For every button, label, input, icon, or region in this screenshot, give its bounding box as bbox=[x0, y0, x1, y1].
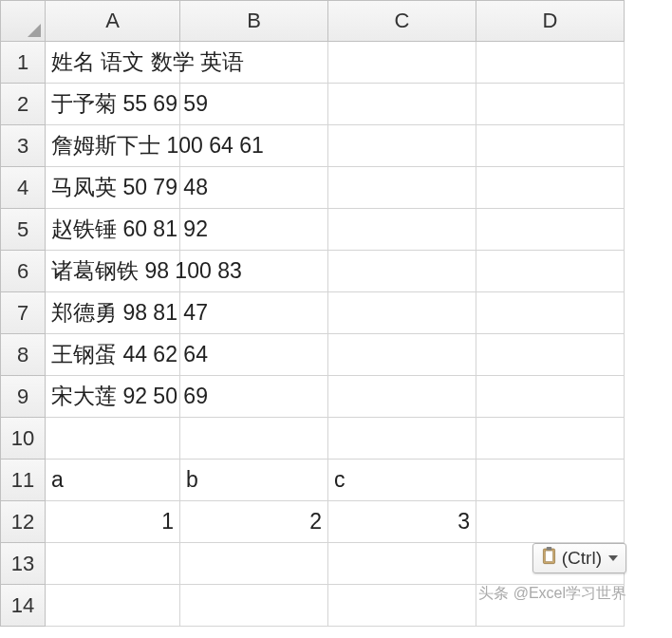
cell-C11[interactable]: c bbox=[328, 460, 476, 501]
row-header-8[interactable]: 8 bbox=[0, 334, 46, 376]
row-header-9[interactable]: 9 bbox=[0, 376, 46, 418]
row-header-14[interactable]: 14 bbox=[0, 585, 46, 627]
cell-A3[interactable]: 詹姆斯下士 100 64 61 bbox=[46, 125, 180, 167]
spreadsheet-grid: ABCD1姓名 语文 数学 英语2于予菊 55 69 593詹姆斯下士 100 … bbox=[0, 0, 672, 627]
cell-C6[interactable] bbox=[328, 251, 476, 292]
cell-B14[interactable] bbox=[180, 585, 328, 627]
cell-A13[interactable] bbox=[46, 543, 180, 585]
clipboard-icon bbox=[541, 547, 557, 570]
cell-B5[interactable] bbox=[180, 209, 328, 251]
cell-D14[interactable] bbox=[476, 585, 625, 627]
svg-rect-2 bbox=[547, 547, 551, 550]
column-header-C[interactable]: C bbox=[328, 0, 476, 42]
cell-C10[interactable] bbox=[328, 418, 476, 460]
cell-C3[interactable] bbox=[328, 125, 476, 167]
row-header-12[interactable]: 12 bbox=[0, 501, 46, 543]
column-header-D[interactable]: D bbox=[476, 0, 625, 42]
cell-D10[interactable] bbox=[476, 418, 625, 460]
cell-D9[interactable] bbox=[476, 376, 625, 418]
cell-A2[interactable]: 于予菊 55 69 59 bbox=[46, 84, 180, 125]
row-header-3[interactable]: 3 bbox=[0, 125, 46, 167]
cell-C4[interactable] bbox=[328, 167, 476, 209]
cell-B6[interactable] bbox=[180, 251, 328, 292]
cell-A9[interactable]: 宋大莲 92 50 69 bbox=[46, 376, 180, 418]
cell-C5[interactable] bbox=[328, 209, 476, 251]
cell-B7[interactable] bbox=[180, 292, 328, 334]
cell-B1[interactable] bbox=[180, 42, 328, 84]
row-header-6[interactable]: 6 bbox=[0, 251, 46, 292]
cell-A5[interactable]: 赵铁锤 60 81 92 bbox=[46, 209, 180, 251]
cell-A1[interactable]: 姓名 语文 数学 英语 bbox=[46, 42, 180, 84]
cell-B13[interactable] bbox=[180, 543, 328, 585]
cell-D11[interactable] bbox=[476, 460, 625, 501]
cell-A7[interactable]: 郑德勇 98 81 47 bbox=[46, 292, 180, 334]
chevron-down-icon bbox=[608, 555, 618, 561]
row-header-13[interactable]: 13 bbox=[0, 543, 46, 585]
row-header-5[interactable]: 5 bbox=[0, 209, 46, 251]
cell-B11[interactable]: b bbox=[180, 460, 328, 501]
cell-D7[interactable] bbox=[476, 292, 625, 334]
cell-B10[interactable] bbox=[180, 418, 328, 460]
cell-D3[interactable] bbox=[476, 125, 625, 167]
cell-C13[interactable] bbox=[328, 543, 476, 585]
cell-A11[interactable]: a bbox=[46, 460, 180, 501]
cell-C14[interactable] bbox=[328, 585, 476, 627]
paste-options-label: (Ctrl) bbox=[562, 548, 602, 569]
cell-A8[interactable]: 王钢蛋 44 62 64 bbox=[46, 334, 180, 376]
cell-D5[interactable] bbox=[476, 209, 625, 251]
row-header-4[interactable]: 4 bbox=[0, 167, 46, 209]
cell-C12[interactable]: 3 bbox=[328, 501, 476, 543]
row-header-11[interactable]: 11 bbox=[0, 460, 46, 501]
cell-B4[interactable] bbox=[180, 167, 328, 209]
cell-B3[interactable] bbox=[180, 125, 328, 167]
cell-C8[interactable] bbox=[328, 334, 476, 376]
paste-options-button[interactable]: (Ctrl) bbox=[532, 543, 626, 573]
cell-B2[interactable] bbox=[180, 84, 328, 125]
row-header-10[interactable]: 10 bbox=[0, 418, 46, 460]
cell-D12[interactable] bbox=[476, 501, 625, 543]
column-header-B[interactable]: B bbox=[180, 0, 328, 42]
cell-D8[interactable] bbox=[476, 334, 625, 376]
svg-rect-1 bbox=[545, 551, 552, 562]
cell-B12[interactable]: 2 bbox=[180, 501, 328, 543]
cell-D4[interactable] bbox=[476, 167, 625, 209]
cell-C1[interactable] bbox=[328, 42, 476, 84]
cell-A10[interactable] bbox=[46, 418, 180, 460]
cell-D1[interactable] bbox=[476, 42, 625, 84]
cell-D2[interactable] bbox=[476, 84, 625, 125]
cell-C2[interactable] bbox=[328, 84, 476, 125]
row-header-7[interactable]: 7 bbox=[0, 292, 46, 334]
cell-C7[interactable] bbox=[328, 292, 476, 334]
cell-A12[interactable]: 1 bbox=[46, 501, 180, 543]
cell-A14[interactable] bbox=[46, 585, 180, 627]
row-header-1[interactable]: 1 bbox=[0, 42, 46, 84]
cell-A4[interactable]: 马凤英 50 79 48 bbox=[46, 167, 180, 209]
cell-C9[interactable] bbox=[328, 376, 476, 418]
cell-B9[interactable] bbox=[180, 376, 328, 418]
select-all-corner[interactable] bbox=[0, 0, 46, 42]
cell-B8[interactable] bbox=[180, 334, 328, 376]
row-header-2[interactable]: 2 bbox=[0, 84, 46, 125]
cell-A6[interactable]: 诸葛钢铁 98 100 83 bbox=[46, 251, 180, 292]
cell-D6[interactable] bbox=[476, 251, 625, 292]
column-header-A[interactable]: A bbox=[46, 0, 180, 42]
